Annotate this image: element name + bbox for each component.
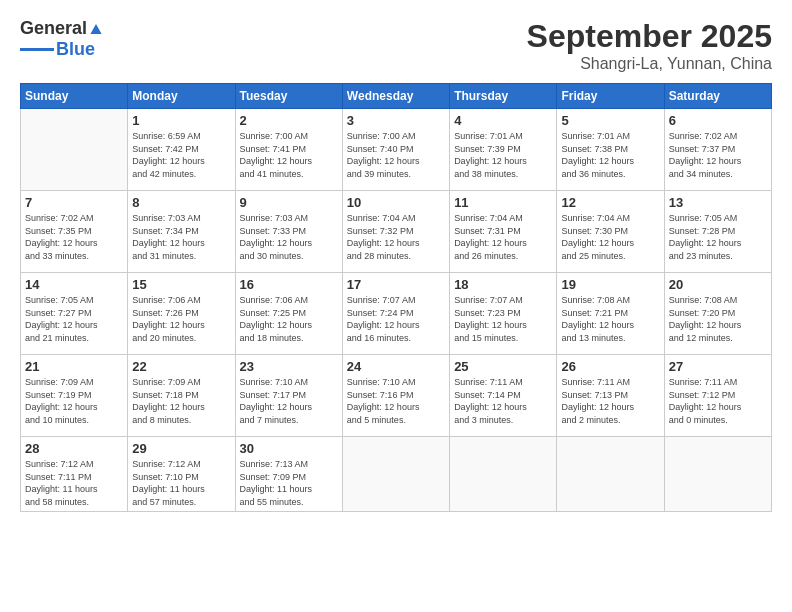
- day-info: Sunrise: 7:05 AM Sunset: 7:28 PM Dayligh…: [669, 212, 767, 262]
- day-info: Sunrise: 7:09 AM Sunset: 7:19 PM Dayligh…: [25, 376, 123, 426]
- day-cell: 21Sunrise: 7:09 AM Sunset: 7:19 PM Dayli…: [21, 355, 128, 437]
- day-number: 29: [132, 441, 230, 456]
- day-info: Sunrise: 7:00 AM Sunset: 7:41 PM Dayligh…: [240, 130, 338, 180]
- day-info: Sunrise: 7:04 AM Sunset: 7:31 PM Dayligh…: [454, 212, 552, 262]
- col-header-sunday: Sunday: [21, 84, 128, 109]
- day-cell: 5Sunrise: 7:01 AM Sunset: 7:38 PM Daylig…: [557, 109, 664, 191]
- day-number: 12: [561, 195, 659, 210]
- day-info: Sunrise: 7:07 AM Sunset: 7:24 PM Dayligh…: [347, 294, 445, 344]
- day-number: 10: [347, 195, 445, 210]
- day-cell: 20Sunrise: 7:08 AM Sunset: 7:20 PM Dayli…: [664, 273, 771, 355]
- logo: General Blue: [20, 18, 103, 60]
- day-number: 14: [25, 277, 123, 292]
- day-cell: 16Sunrise: 7:06 AM Sunset: 7:25 PM Dayli…: [235, 273, 342, 355]
- day-number: 9: [240, 195, 338, 210]
- day-number: 3: [347, 113, 445, 128]
- week-row-3: 14Sunrise: 7:05 AM Sunset: 7:27 PM Dayli…: [21, 273, 772, 355]
- day-cell: 29Sunrise: 7:12 AM Sunset: 7:10 PM Dayli…: [128, 437, 235, 512]
- day-cell: 1Sunrise: 6:59 AM Sunset: 7:42 PM Daylig…: [128, 109, 235, 191]
- day-cell: 19Sunrise: 7:08 AM Sunset: 7:21 PM Dayli…: [557, 273, 664, 355]
- day-info: Sunrise: 7:03 AM Sunset: 7:34 PM Dayligh…: [132, 212, 230, 262]
- day-cell: 11Sunrise: 7:04 AM Sunset: 7:31 PM Dayli…: [450, 191, 557, 273]
- day-number: 25: [454, 359, 552, 374]
- day-info: Sunrise: 7:08 AM Sunset: 7:20 PM Dayligh…: [669, 294, 767, 344]
- day-info: Sunrise: 7:11 AM Sunset: 7:13 PM Dayligh…: [561, 376, 659, 426]
- header: General Blue September 2025 Shangri-La, …: [20, 18, 772, 73]
- day-info: Sunrise: 7:12 AM Sunset: 7:10 PM Dayligh…: [132, 458, 230, 508]
- logo-general-text: General: [20, 18, 87, 39]
- day-cell: 23Sunrise: 7:10 AM Sunset: 7:17 PM Dayli…: [235, 355, 342, 437]
- day-number: 21: [25, 359, 123, 374]
- col-header-saturday: Saturday: [664, 84, 771, 109]
- day-cell: 18Sunrise: 7:07 AM Sunset: 7:23 PM Dayli…: [450, 273, 557, 355]
- day-number: 18: [454, 277, 552, 292]
- day-cell: 14Sunrise: 7:05 AM Sunset: 7:27 PM Dayli…: [21, 273, 128, 355]
- day-cell: 9Sunrise: 7:03 AM Sunset: 7:33 PM Daylig…: [235, 191, 342, 273]
- day-cell: 12Sunrise: 7:04 AM Sunset: 7:30 PM Dayli…: [557, 191, 664, 273]
- day-info: Sunrise: 7:11 AM Sunset: 7:12 PM Dayligh…: [669, 376, 767, 426]
- day-number: 30: [240, 441, 338, 456]
- day-number: 13: [669, 195, 767, 210]
- day-number: 26: [561, 359, 659, 374]
- day-number: 20: [669, 277, 767, 292]
- day-info: Sunrise: 7:11 AM Sunset: 7:14 PM Dayligh…: [454, 376, 552, 426]
- logo-icon: [89, 22, 103, 36]
- day-info: Sunrise: 7:10 AM Sunset: 7:16 PM Dayligh…: [347, 376, 445, 426]
- day-number: 16: [240, 277, 338, 292]
- day-info: Sunrise: 7:13 AM Sunset: 7:09 PM Dayligh…: [240, 458, 338, 508]
- day-info: Sunrise: 7:09 AM Sunset: 7:18 PM Dayligh…: [132, 376, 230, 426]
- day-info: Sunrise: 7:07 AM Sunset: 7:23 PM Dayligh…: [454, 294, 552, 344]
- logo-text: General: [20, 18, 103, 39]
- day-number: 5: [561, 113, 659, 128]
- day-cell: [450, 437, 557, 512]
- day-cell: 24Sunrise: 7:10 AM Sunset: 7:16 PM Dayli…: [342, 355, 449, 437]
- day-info: Sunrise: 7:06 AM Sunset: 7:26 PM Dayligh…: [132, 294, 230, 344]
- day-number: 17: [347, 277, 445, 292]
- day-info: Sunrise: 6:59 AM Sunset: 7:42 PM Dayligh…: [132, 130, 230, 180]
- week-row-4: 21Sunrise: 7:09 AM Sunset: 7:19 PM Dayli…: [21, 355, 772, 437]
- logo-blue-text: Blue: [56, 39, 95, 60]
- day-info: Sunrise: 7:06 AM Sunset: 7:25 PM Dayligh…: [240, 294, 338, 344]
- day-number: 11: [454, 195, 552, 210]
- day-cell: 22Sunrise: 7:09 AM Sunset: 7:18 PM Dayli…: [128, 355, 235, 437]
- day-info: Sunrise: 7:04 AM Sunset: 7:30 PM Dayligh…: [561, 212, 659, 262]
- page: General Blue September 2025 Shangri-La, …: [0, 0, 792, 612]
- day-cell: 6Sunrise: 7:02 AM Sunset: 7:37 PM Daylig…: [664, 109, 771, 191]
- day-cell: 26Sunrise: 7:11 AM Sunset: 7:13 PM Dayli…: [557, 355, 664, 437]
- day-cell: 13Sunrise: 7:05 AM Sunset: 7:28 PM Dayli…: [664, 191, 771, 273]
- day-number: 22: [132, 359, 230, 374]
- day-number: 24: [347, 359, 445, 374]
- day-info: Sunrise: 7:05 AM Sunset: 7:27 PM Dayligh…: [25, 294, 123, 344]
- day-info: Sunrise: 7:10 AM Sunset: 7:17 PM Dayligh…: [240, 376, 338, 426]
- title-block: September 2025 Shangri-La, Yunnan, China: [527, 18, 772, 73]
- day-number: 1: [132, 113, 230, 128]
- day-info: Sunrise: 7:08 AM Sunset: 7:21 PM Dayligh…: [561, 294, 659, 344]
- day-cell: 3Sunrise: 7:00 AM Sunset: 7:40 PM Daylig…: [342, 109, 449, 191]
- location-title: Shangri-La, Yunnan, China: [527, 55, 772, 73]
- day-number: 4: [454, 113, 552, 128]
- day-info: Sunrise: 7:00 AM Sunset: 7:40 PM Dayligh…: [347, 130, 445, 180]
- col-header-wednesday: Wednesday: [342, 84, 449, 109]
- day-cell: 4Sunrise: 7:01 AM Sunset: 7:39 PM Daylig…: [450, 109, 557, 191]
- day-cell: 28Sunrise: 7:12 AM Sunset: 7:11 PM Dayli…: [21, 437, 128, 512]
- day-info: Sunrise: 7:12 AM Sunset: 7:11 PM Dayligh…: [25, 458, 123, 508]
- col-header-friday: Friday: [557, 84, 664, 109]
- day-number: 28: [25, 441, 123, 456]
- day-info: Sunrise: 7:02 AM Sunset: 7:35 PM Dayligh…: [25, 212, 123, 262]
- week-row-2: 7Sunrise: 7:02 AM Sunset: 7:35 PM Daylig…: [21, 191, 772, 273]
- day-cell: 10Sunrise: 7:04 AM Sunset: 7:32 PM Dayli…: [342, 191, 449, 273]
- day-cell: 8Sunrise: 7:03 AM Sunset: 7:34 PM Daylig…: [128, 191, 235, 273]
- week-row-5: 28Sunrise: 7:12 AM Sunset: 7:11 PM Dayli…: [21, 437, 772, 512]
- day-cell: [21, 109, 128, 191]
- day-cell: 7Sunrise: 7:02 AM Sunset: 7:35 PM Daylig…: [21, 191, 128, 273]
- col-header-monday: Monday: [128, 84, 235, 109]
- day-cell: [664, 437, 771, 512]
- day-cell: [557, 437, 664, 512]
- week-row-1: 1Sunrise: 6:59 AM Sunset: 7:42 PM Daylig…: [21, 109, 772, 191]
- svg-marker-0: [90, 24, 101, 34]
- day-cell: [342, 437, 449, 512]
- day-info: Sunrise: 7:02 AM Sunset: 7:37 PM Dayligh…: [669, 130, 767, 180]
- col-header-thursday: Thursday: [450, 84, 557, 109]
- day-number: 27: [669, 359, 767, 374]
- day-number: 15: [132, 277, 230, 292]
